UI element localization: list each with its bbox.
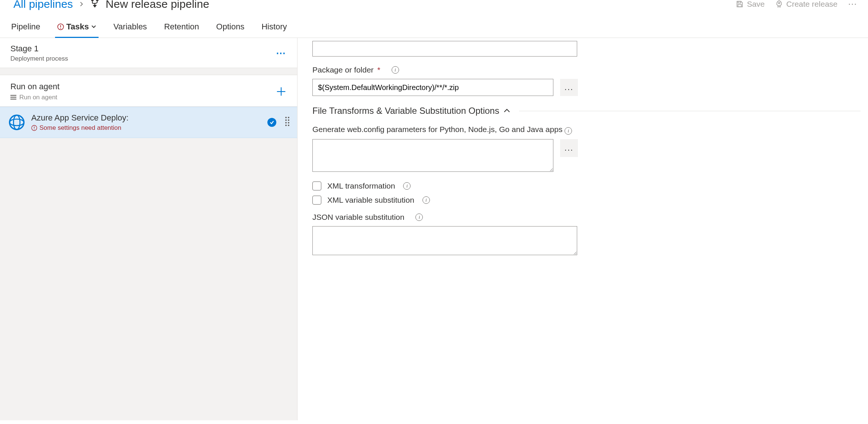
section-file-transforms-label: File Transforms & Variable Substitution … [312,106,499,116]
task-enabled-badge[interactable] [267,118,276,127]
warning-icon [57,23,64,30]
add-task-button[interactable] [276,86,287,97]
agent-job-title: Run on agent [10,82,60,91]
save-label: Save [747,0,765,9]
checkbox-xml-transformation[interactable] [312,182,321,190]
checkbox-xml-variable-substitution-row: XML variable substitution i [312,196,861,205]
more-actions-button[interactable]: ⋯ [848,0,858,9]
chevron-up-icon [504,109,510,113]
svg-point-10 [13,115,20,130]
info-icon[interactable]: i [415,213,423,221]
chevron-right-icon [79,0,84,9]
field-generate-webconfig: Generate web.config parameters for Pytho… [312,124,861,172]
tab-tasks[interactable]: Tasks [57,16,96,38]
stage-subtitle: Deployment process [10,55,68,62]
previous-field-input[interactable] [312,41,577,57]
info-icon[interactable]: i [422,196,430,204]
task-list-panel: Stage 1 Deployment process ⋯ Run on agen… [0,38,298,420]
tab-tasks-label: Tasks [66,22,89,32]
rocket-icon [775,0,783,8]
stage-header[interactable]: Stage 1 Deployment process ⋯ [0,38,297,68]
section-divider [519,111,861,111]
drag-handle[interactable] [285,117,290,128]
info-icon[interactable]: i [392,66,399,74]
stage-more-button[interactable]: ⋯ [276,48,287,59]
svg-rect-2 [738,1,741,3]
stage-title: Stage 1 [10,44,68,54]
info-icon[interactable]: i [565,127,572,135]
svg-point-13 [34,129,35,129]
main-panel: Stage 1 Deployment process ⋯ Run on agen… [0,38,868,420]
xml-variable-substitution-label: XML variable substitution [327,196,414,205]
task-warning-text: Some settings need attention [39,124,121,132]
tab-retention[interactable]: Retention [164,16,199,38]
svg-point-7 [60,28,61,28]
section-file-transforms[interactable]: File Transforms & Variable Substitution … [312,106,861,116]
create-release-label: Create release [786,0,838,9]
task-title: Azure App Service Deploy: [31,113,129,123]
tab-options[interactable]: Options [216,16,244,38]
package-or-folder-input[interactable] [312,79,553,96]
tabs-nav: Pipeline Tasks Variables Retention Optio… [0,16,868,38]
topbar-actions: Save Create release ⋯ [736,0,858,9]
server-icon [10,95,16,100]
svg-rect-6 [60,25,61,27]
checkbox-xml-variable-substitution[interactable] [312,196,321,205]
check-icon [269,120,274,125]
create-release-button[interactable]: Create release [775,0,838,9]
required-indicator: * [377,65,380,74]
package-or-folder-label: Package or folder [312,65,374,74]
xml-transformation-label: XML transformation [327,182,395,190]
svg-point-4 [778,2,780,4]
svg-rect-3 [738,4,742,7]
info-icon[interactable]: i [403,182,411,190]
checkbox-xml-transformation-row: XML transformation i [312,182,861,190]
tab-history[interactable]: History [261,16,287,38]
breadcrumb-all-pipelines[interactable]: All pipelines [13,0,73,10]
generate-webconfig-label: Generate web.config parameters for Pytho… [312,125,562,134]
chevron-down-icon [91,23,96,30]
task-row-azure-app-service-deploy[interactable]: Azure App Service Deploy: Some settings … [0,107,297,138]
top-bar: All pipelines New release pipeline Save [0,0,868,16]
svg-point-8 [10,115,24,130]
tab-variables[interactable]: Variables [113,16,147,38]
json-variable-substitution-input[interactable] [312,226,577,255]
svg-rect-0 [91,0,93,0]
task-warning: Some settings need attention [31,124,129,132]
svg-point-9 [10,119,24,126]
agent-job-subtitle-text: Run on agent [19,94,57,101]
generate-webconfig-input[interactable] [312,139,553,172]
pipeline-icon [90,0,100,10]
save-icon [736,0,744,8]
agent-job-subtitle: Run on agent [10,94,60,101]
svg-rect-12 [34,126,34,128]
save-button[interactable]: Save [736,0,765,9]
field-package-or-folder: Package or folder * i ... [312,65,861,96]
azure-app-service-icon [9,115,25,130]
browse-webconfig-button[interactable]: ... [560,139,578,157]
tab-pipeline[interactable]: Pipeline [11,16,40,38]
breadcrumb: All pipelines New release pipeline [13,0,736,10]
agent-job-row[interactable]: Run on agent Run on agent [0,75,297,107]
page-title[interactable]: New release pipeline [106,0,209,10]
browse-package-button[interactable]: ... [560,79,578,96]
svg-rect-1 [96,0,98,0]
task-details-panel: Package or folder * i ... File Transform… [298,38,868,420]
json-variable-substitution-label: JSON variable substitution [312,213,404,222]
warning-icon [31,125,37,131]
field-json-variable-substitution: JSON variable substitution i [312,213,861,256]
